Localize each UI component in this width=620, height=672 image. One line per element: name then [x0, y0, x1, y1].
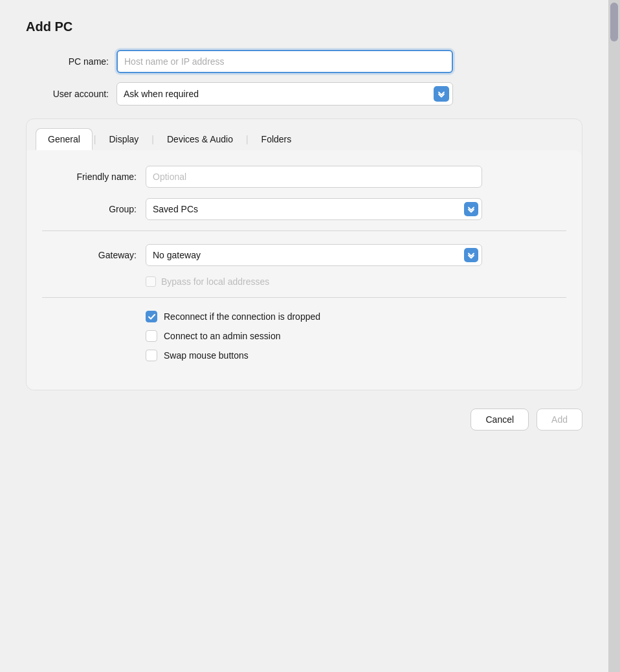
tab-general[interactable]: General — [36, 128, 93, 150]
gateway-select-wrapper: No gateway Add Gateway... — [146, 244, 482, 266]
user-account-select-wrapper: Ask when required Add User Account... — [116, 82, 453, 106]
friendly-name-label: Friendly name: — [42, 172, 146, 182]
bypass-label: Bypass for local addresses — [161, 276, 269, 287]
user-account-select[interactable]: Ask when required Add User Account... — [116, 82, 453, 106]
pc-name-row: PC name: — [26, 50, 582, 73]
gateway-row: Gateway: No gateway Add Gateway... — [42, 244, 566, 266]
tab-divider-3: | — [245, 134, 250, 144]
user-account-row: User account: Ask when required Add User… — [26, 82, 582, 106]
dialog-footer: Cancel Add — [26, 390, 582, 437]
gateway-label: Gateway: — [42, 250, 146, 260]
swap-mouse-checkbox-row: Swap mouse buttons — [146, 350, 566, 361]
admin-session-label: Connect to an admin session — [164, 331, 281, 341]
friendly-name-row: Friendly name: — [42, 166, 566, 188]
reconnect-checkbox-row: Reconnect if the connection is dropped — [146, 311, 566, 322]
tab-divider-2: | — [150, 134, 155, 144]
user-account-label: User account: — [26, 89, 116, 99]
group-row: Group: Saved PCs Default — [42, 198, 566, 220]
bypass-checkbox[interactable] — [146, 276, 156, 287]
add-button[interactable]: Add — [537, 409, 582, 431]
section-divider-1 — [42, 230, 566, 231]
gateway-select[interactable]: No gateway Add Gateway... — [146, 244, 482, 266]
admin-session-checkbox-row: Connect to an admin session — [146, 330, 566, 342]
tab-folders[interactable]: Folders — [250, 129, 304, 150]
friendly-name-input[interactable] — [146, 166, 482, 188]
tabs-panel: General | Display | Devices & Audio | Fo… — [26, 118, 582, 390]
reconnect-checkbox[interactable] — [146, 311, 157, 322]
bypass-row: Bypass for local addresses — [146, 276, 566, 287]
tabs-header: General | Display | Devices & Audio | Fo… — [27, 119, 582, 150]
section-divider-2 — [42, 297, 566, 298]
swap-mouse-checkbox[interactable] — [146, 350, 157, 361]
reconnect-label: Reconnect if the connection is dropped — [164, 311, 320, 322]
tabs-body: Friendly name: Group: Saved PCs Default — [27, 150, 582, 390]
pc-name-label: PC name: — [26, 56, 116, 67]
tab-divider-1: | — [93, 134, 98, 144]
cancel-button[interactable]: Cancel — [471, 409, 529, 431]
tab-display[interactable]: Display — [97, 129, 150, 150]
tab-devices-audio[interactable]: Devices & Audio — [155, 129, 245, 150]
admin-session-checkbox[interactable] — [146, 330, 157, 342]
pc-name-input[interactable] — [116, 50, 453, 73]
group-select[interactable]: Saved PCs Default — [146, 198, 482, 220]
scrollbar-thumb[interactable] — [610, 3, 618, 41]
swap-mouse-label: Swap mouse buttons — [164, 350, 249, 361]
group-label: Group: — [42, 204, 146, 214]
dialog-title: Add PC — [26, 19, 582, 34]
scrollbar-track[interactable] — [608, 0, 620, 672]
group-select-wrapper: Saved PCs Default — [146, 198, 482, 220]
